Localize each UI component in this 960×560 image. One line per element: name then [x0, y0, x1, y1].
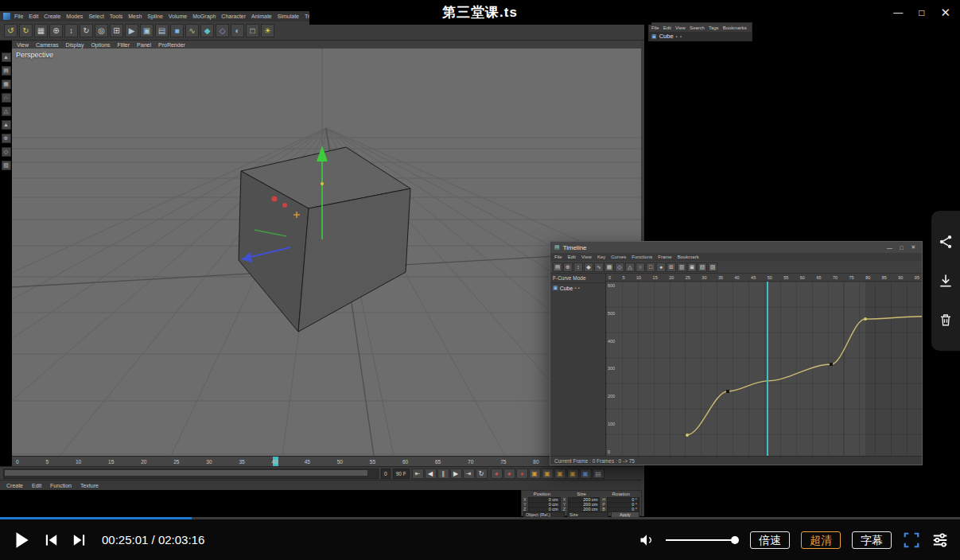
record-position-button[interactable]: ▣	[529, 469, 541, 479]
visibility-toggle-icon[interactable]: ▪	[676, 34, 678, 39]
move-tool-icon[interactable]: ⊕	[49, 24, 63, 37]
timeline-maximize-button[interactable]: □	[897, 245, 906, 251]
scale-tool-icon[interactable]: ↕	[64, 24, 78, 37]
last-tool-icon[interactable]: ◎	[95, 24, 108, 37]
om-menu-item[interactable]: Tags	[709, 25, 719, 30]
zoom-fit-icon[interactable]: ▥	[677, 262, 686, 272]
menu-item[interactable]: Modes	[66, 14, 83, 19]
timeline-menu-item[interactable]: Bookmark	[678, 255, 699, 259]
tangent-smooth-icon[interactable]: ○	[635, 262, 645, 272]
record-keyframe-button[interactable]: ●	[491, 469, 503, 479]
polygons-mode-icon[interactable]: ▲	[2, 120, 11, 130]
add-keyframe-icon[interactable]: ◆	[584, 262, 593, 272]
viewport-menu-item[interactable]: View	[17, 42, 29, 48]
redo-icon[interactable]: ↻	[19, 24, 33, 37]
render-queue-icon[interactable]: ▤	[155, 24, 169, 37]
object-label[interactable]: Cube	[659, 33, 674, 40]
material-menu-item[interactable]: Function	[50, 483, 72, 488]
timeline-menu-item[interactable]: File	[554, 255, 562, 259]
share-icon[interactable]	[938, 234, 954, 250]
viewport[interactable]: Perspective	[12, 49, 641, 456]
goto-end-button[interactable]: ⇥	[463, 469, 475, 479]
menu-item[interactable]: Simulate	[278, 14, 299, 19]
goto-start-button[interactable]: ⇤	[412, 469, 424, 479]
fcurve-graph[interactable]: 6005004003002001000	[606, 282, 922, 456]
timeline-menu-item[interactable]: Key	[597, 255, 605, 259]
tangent-step-icon[interactable]: □	[646, 262, 655, 272]
om-menu-item[interactable]: File	[651, 25, 659, 30]
material-menu-item[interactable]: Create	[6, 483, 23, 488]
previous-button[interactable]	[43, 532, 60, 548]
download-icon[interactable]	[938, 273, 954, 289]
track-toggle-icon[interactable]: ▪	[574, 286, 576, 290]
subdivision-surface-icon[interactable]: ◆	[200, 24, 214, 37]
menu-item[interactable]: MoGraph	[192, 14, 216, 19]
keying-settings-button[interactable]: ▤	[593, 469, 604, 479]
menu-item[interactable]: Tools	[110, 14, 122, 19]
points-mode-icon[interactable]: ∴	[2, 93, 11, 103]
snap-icon[interactable]: ◇	[615, 262, 624, 272]
timeline-mode-icon[interactable]: ▤	[553, 262, 562, 272]
record-scale-button[interactable]: ▣	[542, 469, 554, 479]
bookmark-icon[interactable]: ▣	[687, 262, 697, 272]
keyframe-dot[interactable]	[726, 390, 729, 393]
render-toggle-icon[interactable]: ▪	[680, 34, 682, 39]
menu-item[interactable]: Spline	[147, 14, 162, 19]
menu-item[interactable]: Mesh	[128, 14, 142, 19]
play-button[interactable]: ▶	[450, 469, 462, 479]
fcurve-mode-icon[interactable]: ∿	[594, 262, 604, 272]
viewport-menu-item[interactable]: Display	[65, 42, 84, 48]
menu-item[interactable]: Character	[221, 14, 246, 19]
viewport-menu-item[interactable]: Cameras	[36, 42, 58, 48]
render-view-icon[interactable]: ▶	[125, 24, 138, 37]
maximize-button[interactable]: □	[919, 8, 924, 18]
edges-mode-icon[interactable]: △	[2, 107, 11, 116]
menu-item[interactable]: Edit	[29, 14, 38, 19]
loop-button[interactable]: ↻	[476, 469, 488, 479]
pause-button[interactable]: ∥	[437, 469, 449, 479]
menu-item[interactable]: Select	[88, 14, 103, 19]
spline-pen-icon[interactable]: ∿	[185, 24, 199, 37]
minimize-button[interactable]: —	[893, 8, 903, 18]
keyframe-dot[interactable]	[686, 434, 689, 437]
timeline-scrollbar[interactable]	[3, 469, 379, 479]
coordinate-system-icon[interactable]: ⊞	[110, 24, 123, 37]
om-menu-item[interactable]: Search	[690, 25, 705, 30]
scrollbar-thumb[interactable]	[5, 470, 367, 476]
options-icon[interactable]: ▨	[708, 262, 717, 272]
auto-tangent-icon[interactable]: ●	[656, 262, 666, 272]
undo-icon[interactable]: ↺	[4, 24, 17, 37]
tangent-linear-icon[interactable]: △	[625, 262, 635, 272]
render-settings-icon[interactable]: ▣	[140, 24, 154, 37]
menu-item[interactable]: Create	[44, 14, 60, 19]
quality-button[interactable]: 超清	[801, 531, 841, 549]
rotate-tool-icon[interactable]: ↻	[80, 24, 93, 37]
prev-frame-button[interactable]: ◀	[425, 469, 437, 479]
workplane-mode-icon[interactable]: ▦	[2, 80, 11, 89]
range-end-field[interactable]: 90 F	[393, 469, 410, 479]
texture-mode-icon[interactable]: ▤	[2, 66, 11, 76]
material-menu-item[interactable]: Texture	[80, 483, 99, 488]
timeline-menu-item[interactable]: Curves	[611, 255, 626, 259]
keyframe-dot[interactable]	[830, 363, 833, 366]
track-lock-icon[interactable]: ▪	[578, 286, 580, 290]
model-mode-icon[interactable]: ▲	[2, 52, 11, 62]
timeline-frame-ruler[interactable]: 05101520253035404550556065707580859095	[606, 274, 922, 282]
viewport-menu-item[interactable]: Options	[91, 42, 110, 48]
cube-primitive-icon[interactable]: ■	[170, 24, 184, 37]
om-menu-item[interactable]: Edit	[663, 25, 671, 30]
autokey-button[interactable]: ●	[503, 469, 515, 479]
next-button[interactable]	[71, 532, 87, 548]
close-button[interactable]: ✕	[940, 8, 950, 18]
settings-tune-button[interactable]	[931, 531, 949, 549]
object-row-cube[interactable]: ▣ Cube ▪ ▪	[649, 32, 752, 41]
keyframe-selection-button[interactable]: ●	[516, 469, 528, 479]
timeline-object-label[interactable]: Cube	[560, 286, 573, 291]
environment-icon[interactable]: ◐	[231, 24, 244, 37]
timeline-close-button[interactable]: ✕	[909, 244, 918, 251]
light-icon[interactable]: ☀	[261, 24, 274, 37]
timeline-menu-item[interactable]: Functions	[632, 255, 652, 259]
filter-icon[interactable]: ▧	[698, 262, 707, 272]
viewport-menu-item[interactable]: Filter	[118, 42, 130, 48]
record-rotation-button[interactable]: ▣	[554, 469, 566, 479]
